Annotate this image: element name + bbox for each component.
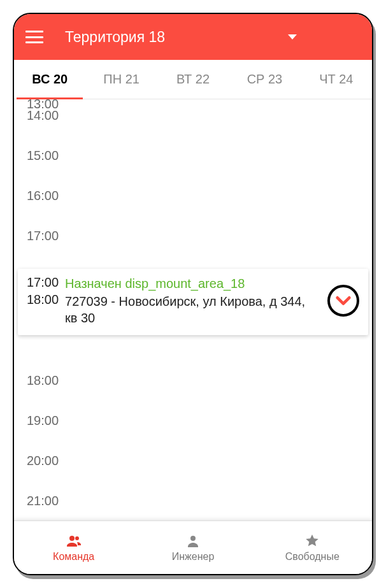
- time-label: 16:00: [27, 189, 71, 203]
- svg-point-1: [75, 536, 79, 540]
- event-body: Назначен disp_mount_area_18 727039 - Нов…: [65, 275, 321, 326]
- tab-wed-23[interactable]: СР 23: [229, 60, 300, 99]
- star-icon: [303, 533, 321, 549]
- time-row: 14:00: [14, 108, 372, 148]
- territory-title: Территория 18: [65, 29, 165, 45]
- territory-dropdown[interactable]: Территория 18: [61, 29, 270, 46]
- app-header: Территория 18: [14, 14, 372, 60]
- tab-label: ЧТ 24: [319, 72, 353, 87]
- nav-label: Команда: [53, 551, 94, 563]
- nav-label: Инженер: [172, 551, 215, 563]
- person-icon: [184, 533, 202, 549]
- event-start-time: 17:00: [27, 275, 59, 290]
- time-label: 18:00: [27, 373, 71, 388]
- nav-team[interactable]: Команда: [14, 521, 133, 574]
- time-label: 20:00: [27, 454, 71, 468]
- event-address: 727039 - Новосибирск, ул Кирова, д 344, …: [65, 293, 321, 326]
- hamburger-menu-icon[interactable]: [25, 31, 43, 43]
- tab-label: ПН 21: [103, 72, 139, 87]
- time-label: 15:00: [27, 148, 71, 163]
- dropdown-caret-icon[interactable]: [288, 34, 297, 39]
- svg-point-2: [190, 536, 196, 541]
- app-screen: Территория 18 ВС 20 ПН 21 ВТ 22 СР 23 ЧТ…: [13, 13, 373, 575]
- tab-thu-24[interactable]: ЧТ 24: [301, 60, 372, 99]
- time-row: 19:00: [14, 413, 372, 454]
- tab-tue-22[interactable]: ВТ 22: [157, 60, 229, 99]
- tab-label: ВТ 22: [176, 72, 210, 87]
- time-row: 17:00: [14, 229, 372, 269]
- nav-engineer[interactable]: Инженер: [133, 521, 252, 574]
- time-label: 19:00: [27, 413, 71, 428]
- time-row: 15:00: [14, 148, 372, 189]
- tab-label: СР 23: [247, 72, 283, 87]
- svg-point-0: [69, 536, 75, 541]
- team-icon: [65, 533, 83, 549]
- time-row: 18:00: [14, 373, 372, 413]
- event-times: 17:00 18:00: [27, 275, 59, 307]
- expand-button[interactable]: [327, 285, 359, 317]
- time-row: 21:00: [14, 494, 372, 520]
- spacer: [14, 335, 372, 373]
- time-label: 14:00: [27, 108, 71, 123]
- time-label: 21:00: [27, 494, 71, 508]
- time-label: 17:00: [27, 229, 71, 243]
- tab-mon-21[interactable]: ПН 21: [85, 60, 157, 99]
- chevron-down-icon: [327, 285, 359, 317]
- bottom-nav: Команда Инженер Свободные: [14, 520, 372, 574]
- time-row: 13:00: [14, 99, 372, 108]
- event-assigned: Назначен disp_mount_area_18: [65, 275, 321, 292]
- day-tabs: ВС 20 ПН 21 ВТ 22 СР 23 ЧТ 24: [14, 60, 372, 99]
- tab-label: ВС 20: [32, 72, 68, 87]
- time-row: 16:00: [14, 189, 372, 229]
- event-end-time: 18:00: [27, 292, 59, 307]
- time-row: 20:00: [14, 454, 372, 494]
- event-card[interactable]: 17:00 18:00 Назначен disp_mount_area_18 …: [18, 269, 368, 335]
- nav-free[interactable]: Свободные: [253, 521, 372, 574]
- schedule-scroll[interactable]: 13:00 14:00 15:00 16:00 17:00 17:00 18:0…: [14, 99, 372, 520]
- nav-label: Свободные: [285, 551, 340, 563]
- tab-sun-20[interactable]: ВС 20: [14, 60, 85, 99]
